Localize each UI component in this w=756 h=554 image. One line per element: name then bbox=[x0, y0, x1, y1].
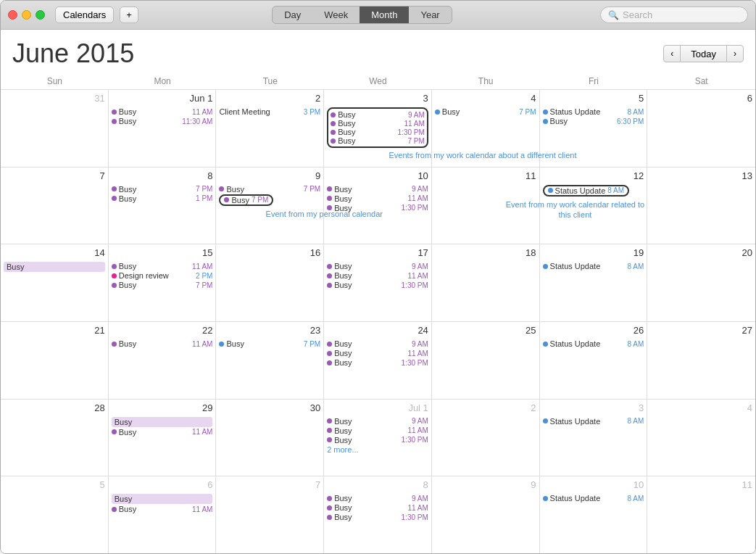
day-cell-fri3[interactable]: 3 Status Update 8 AM bbox=[540, 400, 648, 476]
day-cell-fri10[interactable]: 10 Status Update 8 AM bbox=[540, 476, 648, 553]
day-cell-14[interactable]: 14 Busy bbox=[1, 244, 109, 321]
day-cell-thu9[interactable]: 9 bbox=[432, 476, 540, 553]
event-item[interactable]: Busy 7 PM bbox=[219, 185, 320, 194]
event-block-busy[interactable]: Busy bbox=[4, 262, 105, 272]
day-cell-jun1[interactable]: Jun 1 Busy 11 AM Busy 11:30 AM bbox=[109, 90, 217, 167]
day-cell-25[interactable]: 25 bbox=[432, 322, 540, 399]
event-item[interactable]: Busy 6:30 PM bbox=[543, 117, 644, 125]
event-item[interactable]: Busy 11 AM bbox=[112, 262, 213, 270]
event-item[interactable]: Busy 1 PM bbox=[112, 194, 213, 203]
event-item[interactable]: Busy 1:30 PM bbox=[327, 358, 428, 367]
search-bar[interactable]: 🔍 Search bbox=[600, 7, 748, 23]
event-item[interactable]: Busy 11 AM bbox=[327, 503, 428, 512]
event-item[interactable]: Busy 7 PM bbox=[219, 339, 320, 348]
tab-week[interactable]: Week bbox=[312, 7, 360, 23]
event-item[interactable]: Busy 9 AM bbox=[327, 417, 428, 426]
event-item[interactable]: Design review 2 PM bbox=[112, 271, 213, 280]
event-item[interactable]: Busy 9 AM bbox=[327, 494, 428, 503]
day-cell-jul1[interactable]: Jul 1 Busy 9 AM Busy 11 AM bbox=[324, 400, 432, 476]
close-button[interactable] bbox=[8, 10, 17, 20]
day-cell-17[interactable]: 17 Busy 9 AM Busy 11 AM bbox=[324, 244, 432, 321]
event-item[interactable]: Status Update 8 AM bbox=[543, 494, 644, 503]
day-cell-16[interactable]: 16 bbox=[216, 244, 324, 321]
tab-day[interactable]: Day bbox=[273, 7, 312, 23]
day-cell-27[interactable]: 27 bbox=[647, 322, 755, 399]
event-item[interactable]: Busy 1:30 PM bbox=[327, 281, 428, 289]
event-time: 11 AM bbox=[407, 350, 428, 357]
day-cell-sun5[interactable]: 5 bbox=[1, 476, 109, 553]
day-cell-20[interactable]: 20 bbox=[647, 244, 755, 321]
calendars-button[interactable]: Calendars bbox=[55, 7, 114, 23]
day-cell-22[interactable]: 22 Busy 11 AM bbox=[109, 322, 217, 399]
event-item[interactable]: Busy 11 AM bbox=[112, 107, 213, 116]
event-item[interactable]: Status Update 8 AM bbox=[543, 339, 644, 348]
event-item[interactable]: Busy 11:30 AM bbox=[112, 117, 213, 125]
event-block-busy[interactable]: Busy bbox=[112, 417, 213, 427]
day-cell-18[interactable]: 18 bbox=[432, 244, 540, 321]
event-item[interactable]: Busy 11 AM bbox=[327, 194, 428, 203]
day-cell-28[interactable]: 28 bbox=[1, 400, 109, 476]
day-cell-19[interactable]: 19 Status Update 8 AM bbox=[540, 244, 648, 321]
event-item[interactable]: Busy 1:30 PM bbox=[331, 128, 425, 136]
event-item[interactable]: Busy 11 AM bbox=[112, 339, 213, 348]
tab-year[interactable]: Year bbox=[409, 7, 451, 23]
event-item[interactable]: Busy 1:30 PM bbox=[327, 513, 428, 521]
add-calendar-button[interactable]: + bbox=[120, 7, 138, 23]
event-item[interactable]: Busy 9 AM bbox=[327, 185, 428, 194]
day-cell-15[interactable]: 15 Busy 11 AM Design review 2 PM bbox=[109, 244, 217, 321]
event-item[interactable]: Status Update 8 AM bbox=[543, 107, 644, 116]
event-item[interactable]: Busy 7 PM bbox=[331, 136, 425, 145]
day-cell-4[interactable]: 4 Busy 7 PM bbox=[432, 90, 540, 167]
event-item[interactable]: Busy 11 AM bbox=[327, 349, 428, 357]
day-cell-10[interactable]: 10 Busy 9 AM Busy 11 AM bbox=[324, 168, 432, 244]
day-cell-12[interactable]: 12 Status Update 8 AM Event from my work… bbox=[540, 168, 648, 244]
day-cell-31[interactable]: 31 bbox=[1, 90, 109, 167]
day-cell-sat11[interactable]: 11 bbox=[647, 476, 755, 553]
day-cell-8[interactable]: 8 Busy 7 PM Busy 1 PM bbox=[109, 168, 217, 244]
day-cell-21[interactable]: 21 bbox=[1, 322, 109, 399]
event-item-circled-12[interactable]: Status Update 8 AM bbox=[543, 185, 644, 197]
event-item[interactable]: Busy 7 PM bbox=[112, 281, 213, 289]
day-cell-7[interactable]: 7 bbox=[1, 168, 109, 244]
event-item-circled[interactable]: Busy 7 PM bbox=[219, 194, 320, 206]
event-item[interactable]: Busy 11 AM bbox=[327, 271, 428, 280]
event-item[interactable]: Busy 1:30 PM bbox=[327, 436, 428, 445]
day-cell-thu2[interactable]: 2 bbox=[432, 400, 540, 476]
day-cell-sat4[interactable]: 4 bbox=[647, 400, 755, 476]
event-item[interactable]: Status Update 8 AM bbox=[543, 417, 644, 426]
event-item[interactable]: Busy 9 AM bbox=[331, 110, 425, 119]
day-number: 4 bbox=[531, 91, 536, 106]
event-item[interactable]: Busy 11 AM bbox=[112, 505, 213, 513]
event-item[interactable]: Busy 7 PM bbox=[112, 185, 213, 194]
day-cell-30[interactable]: 30 bbox=[216, 400, 324, 476]
event-item[interactable]: Busy 11 AM bbox=[327, 426, 428, 435]
day-cell-23[interactable]: 23 Busy 7 PM bbox=[216, 322, 324, 399]
event-item[interactable]: Busy 7 PM bbox=[435, 107, 536, 116]
maximize-button[interactable] bbox=[36, 10, 45, 20]
day-cell-5[interactable]: 5 Status Update 8 AM Busy 6:30 PM bbox=[540, 90, 648, 167]
day-cell-26[interactable]: 26 Status Update 8 AM bbox=[540, 322, 648, 399]
day-cell-9[interactable]: 9 Busy 7 PM Busy 7 PM bbox=[216, 168, 324, 244]
today-button[interactable]: Today bbox=[681, 45, 726, 62]
event-item[interactable]: Busy 11 AM bbox=[112, 428, 213, 437]
day-cell-29[interactable]: 29 Busy Busy 11 AM bbox=[109, 400, 217, 476]
event-block-busy[interactable]: Busy bbox=[112, 494, 213, 504]
next-month-button[interactable]: › bbox=[726, 45, 744, 62]
prev-month-button[interactable]: ‹ bbox=[663, 45, 681, 62]
day-cell-3[interactable]: 3 Busy 9 AM Busy 11 AM bbox=[324, 90, 432, 167]
day-cell-2[interactable]: 2 Client Meeting 3 PM bbox=[216, 90, 324, 167]
day-cell-6[interactable]: 6 bbox=[647, 90, 755, 167]
event-item[interactable]: Client Meeting 3 PM bbox=[219, 107, 320, 116]
day-cell-wed8[interactable]: 8 Busy 9 AM Busy 11 AM bbox=[324, 476, 432, 553]
more-events-link[interactable]: 2 more... bbox=[327, 445, 428, 454]
day-cell-24[interactable]: 24 Busy 9 AM Busy 11 AM bbox=[324, 322, 432, 399]
event-item[interactable]: Busy 11 AM bbox=[331, 119, 425, 128]
day-cell-tue7[interactable]: 7 bbox=[216, 476, 324, 553]
minimize-button[interactable] bbox=[22, 10, 31, 20]
tab-month[interactable]: Month bbox=[360, 7, 409, 23]
event-item[interactable]: Busy 9 AM bbox=[327, 339, 428, 348]
day-cell-13[interactable]: 13 bbox=[647, 168, 755, 244]
day-cell-mon6[interactable]: 6 Busy Busy 11 AM bbox=[109, 476, 217, 553]
event-item[interactable]: Status Update 8 AM bbox=[543, 262, 644, 270]
event-item[interactable]: Busy 9 AM bbox=[327, 262, 428, 270]
